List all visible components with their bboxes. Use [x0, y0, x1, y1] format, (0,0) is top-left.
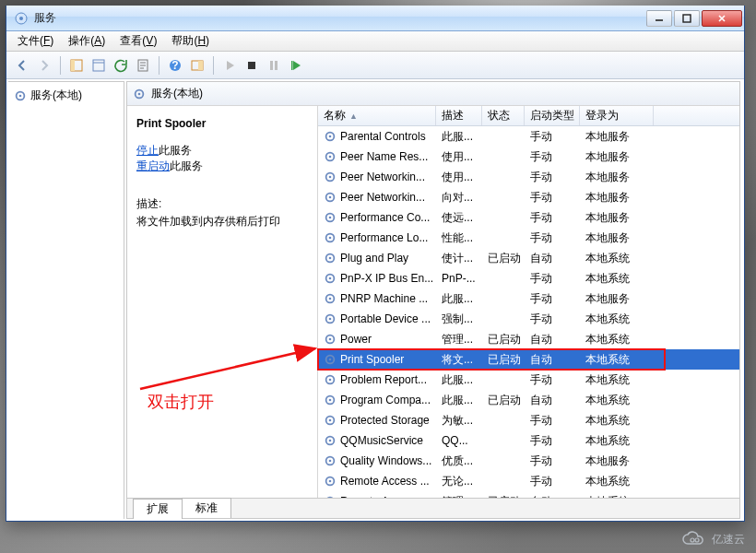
svg-point-30 — [329, 237, 332, 240]
svg-point-42 — [329, 359, 332, 361]
service-row[interactable]: Plug and Play使计...已启动自动本地系统 — [318, 248, 739, 268]
cell-status — [482, 418, 525, 422]
gear-icon — [324, 312, 337, 325]
svg-rect-12 — [270, 61, 273, 70]
cell-logon: 本地服务 — [580, 289, 654, 309]
stop-service-button[interactable] — [242, 55, 262, 76]
restart-service-button[interactable] — [286, 55, 306, 76]
restart-link[interactable]: 重启动 — [136, 159, 170, 172]
cell-logon: 本地系统 — [580, 391, 654, 410]
start-service-button[interactable] — [219, 55, 240, 76]
services-list[interactable]: 名称▲ 描述 状态 启动类型 登录为 Parental Controls此服..… — [317, 106, 739, 518]
stop-link[interactable]: 停止 — [136, 144, 159, 157]
properties-button[interactable] — [89, 55, 109, 76]
gear-icon — [324, 272, 337, 285]
description-label: 描述: — [136, 196, 308, 212]
cell-description: 此服... — [436, 289, 482, 309]
service-row[interactable]: Parental Controls此服...手动本地服务 — [318, 126, 739, 147]
pause-service-button[interactable] — [264, 55, 284, 76]
column-status[interactable]: 状态 — [482, 106, 525, 125]
minimize-button[interactable] — [646, 10, 672, 27]
show-hide-tree-button[interactable] — [66, 55, 87, 76]
maximize-button[interactable] — [674, 10, 700, 27]
menu-action[interactable]: 操作(A) — [61, 31, 112, 51]
service-row[interactable]: Peer Networkin...使用...手动本地服务 — [318, 167, 739, 187]
menu-help[interactable]: 帮助(H) — [164, 31, 217, 51]
cell-name: Problem Report... — [318, 371, 436, 388]
menu-file[interactable]: 文件(F) — [10, 31, 61, 51]
service-row[interactable]: Print Spooler将文...已启动自动本地系统 — [318, 349, 739, 370]
service-row[interactable]: Performance Lo...性能...手动本地服务 — [318, 228, 739, 248]
cell-status — [482, 378, 525, 382]
cell-startup: 手动 — [525, 147, 580, 167]
cell-logon: 本地服务 — [580, 168, 654, 187]
action-pane-button[interactable] — [187, 55, 207, 76]
cell-description: 此服... — [436, 391, 482, 410]
gear-icon — [324, 434, 337, 447]
cell-logon: 本地系统 — [580, 371, 654, 390]
svg-point-22 — [329, 156, 332, 159]
tab-standard[interactable]: 标准 — [182, 498, 231, 518]
cell-status — [482, 155, 525, 159]
cell-description: 使远... — [436, 208, 482, 228]
service-row[interactable]: PnP-X IP Bus En...PnP-...手动本地系统 — [318, 268, 739, 288]
service-row[interactable]: PNRP Machine ...此服...手动本地服务 — [318, 288, 739, 309]
cell-description: PnP-... — [436, 270, 482, 287]
svg-point-26 — [329, 196, 332, 199]
cell-description: 无论... — [436, 472, 482, 491]
service-row[interactable]: Program Compa...此服...已启动自动本地系统 — [318, 390, 739, 410]
svg-point-18 — [138, 92, 141, 95]
service-row[interactable]: Remote Access ...无论...手动本地系统 — [318, 471, 739, 491]
column-description[interactable]: 描述 — [436, 106, 482, 125]
cell-startup: 手动 — [525, 188, 580, 207]
cell-logon: 本地系统 — [580, 310, 654, 329]
detail-service-name: Print Spooler — [136, 117, 308, 130]
cell-name: Performance Lo... — [318, 229, 436, 246]
help-button[interactable]: ? — [165, 55, 185, 76]
cell-logon: 本地服务 — [580, 188, 654, 207]
detail-pane: Print Spooler 停止此服务 重启动此服务 描述: 将文件加载到内存供… — [127, 106, 317, 518]
close-button[interactable] — [702, 10, 742, 27]
svg-rect-14 — [291, 61, 293, 70]
console-tree[interactable]: 服务(本地) — [8, 81, 124, 519]
service-row[interactable]: QQMusicServiceQQ...手动本地系统 — [318, 430, 739, 451]
service-row[interactable]: Power管理...已启动自动本地系统 — [318, 329, 739, 349]
tab-extended[interactable]: 扩展 — [133, 499, 183, 519]
cell-name: PnP-X IP Bus En... — [318, 270, 436, 287]
watermark: 亿速云 — [680, 531, 745, 547]
back-button[interactable] — [12, 55, 32, 76]
service-row[interactable]: Portable Device ...强制...手动本地系统 — [318, 309, 739, 329]
cell-description: 优质... — [436, 452, 482, 471]
cell-startup: 手动 — [525, 431, 580, 451]
svg-point-36 — [329, 298, 332, 300]
forward-button[interactable] — [34, 55, 54, 76]
gear-icon — [324, 130, 337, 143]
svg-point-57 — [691, 538, 694, 542]
service-row[interactable]: Protected Storage为敏...手动本地系统 — [318, 410, 739, 430]
svg-text:?: ? — [171, 59, 178, 72]
titlebar[interactable]: 服务 — [6, 6, 744, 31]
column-logon[interactable]: 登录为 — [580, 106, 654, 125]
window-title: 服务 — [34, 10, 644, 26]
service-row[interactable]: Problem Report...此服...手动本地系统 — [318, 370, 739, 390]
cell-name: Portable Device ... — [318, 311, 436, 327]
column-startup[interactable]: 启动类型 — [525, 106, 580, 125]
refresh-button[interactable] — [111, 55, 131, 76]
gear-icon — [324, 414, 337, 427]
tree-root-services[interactable]: 服务(本地) — [12, 86, 120, 105]
service-row[interactable]: Quality Windows...优质...手动本地服务 — [318, 451, 739, 471]
cell-startup: 自动 — [525, 330, 580, 349]
svg-point-20 — [329, 135, 332, 138]
column-name[interactable]: 名称▲ — [318, 106, 436, 125]
service-row[interactable]: Peer Networkin...向对...手动本地服务 — [318, 187, 739, 207]
tree-root-label: 服务(本地) — [30, 88, 82, 103]
gear-icon — [324, 211, 337, 224]
cell-logon: 本地系统 — [580, 431, 654, 451]
service-row[interactable]: Performance Co...使远...手动本地服务 — [318, 207, 739, 228]
cell-status — [482, 479, 525, 483]
menu-view[interactable]: 查看(V) — [112, 31, 164, 51]
export-button[interactable] — [133, 55, 153, 76]
gear-icon — [14, 89, 27, 102]
service-row[interactable]: Peer Name Res...使用...手动本地服务 — [318, 147, 739, 167]
cell-status: 已启动 — [482, 249, 525, 268]
